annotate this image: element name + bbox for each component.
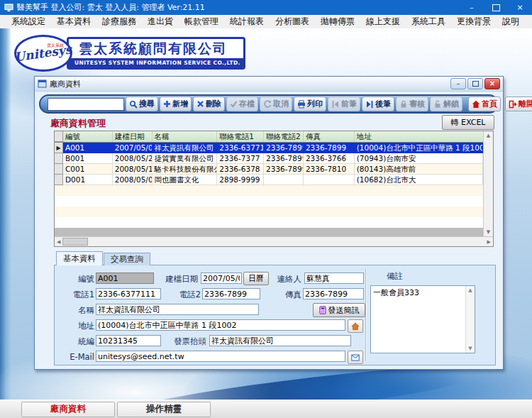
notes-text[interactable]: 一般會員333 xyxy=(371,286,465,353)
search-button[interactable]: 搜尋 xyxy=(126,97,158,111)
logo-script-text: Unitesys xyxy=(13,42,72,64)
column-header-address[interactable]: 地址 xyxy=(355,131,483,142)
menu-item-change-background[interactable]: 更換背景 xyxy=(451,16,497,28)
menu-item-analysis-charts[interactable]: 分析圖表 xyxy=(270,16,315,28)
created-date-field[interactable] xyxy=(201,273,242,284)
print-label: 列印 xyxy=(307,99,323,109)
tab-transaction-query[interactable]: 交易查詢 xyxy=(104,253,150,265)
row-selector xyxy=(55,153,63,164)
logo-oval-emblem: Unitesys 雲太系統 xyxy=(14,35,72,72)
phone2-field[interactable] xyxy=(202,288,260,299)
tab-basic-data[interactable]: 基本資料 xyxy=(56,251,103,265)
cell-code: D001 xyxy=(63,175,113,185)
menu-item-accounts[interactable]: 帳款管理 xyxy=(179,16,224,28)
column-header-phone2[interactable]: 聯絡電話2 xyxy=(264,131,304,142)
phone1-field[interactable] xyxy=(96,288,161,299)
house-icon xyxy=(351,322,360,331)
column-header-created-date[interactable]: 建檔日期 xyxy=(113,131,153,142)
grid-header-row: 編號 建檔日期 名稱 聯絡電話1 聯絡電話2 傳真 地址 xyxy=(55,131,483,143)
audit-label: 審核 xyxy=(409,99,425,109)
email-field[interactable] xyxy=(96,351,345,362)
grid-selector-header xyxy=(55,131,63,142)
maximize-icon[interactable] xyxy=(484,0,508,15)
contact-field[interactable] xyxy=(304,273,364,284)
invoice-title-field[interactable] xyxy=(209,335,351,346)
column-header-code[interactable]: 編號 xyxy=(63,131,113,142)
send-email-button[interactable] xyxy=(348,351,363,364)
menu-item-transfer-vouchers[interactable]: 拋轉傳票 xyxy=(315,16,360,28)
cell-phone2: 2336-7899 xyxy=(264,153,304,164)
menu-item-help[interactable]: 說明 xyxy=(497,16,525,28)
next-record-button[interactable]: 後筆 xyxy=(362,97,394,111)
cell-address: (80143)高雄市前 xyxy=(355,164,483,175)
menu-item-basic-data[interactable]: 基本資料 xyxy=(51,16,96,28)
cell-created-date: 2008/05/28 xyxy=(113,153,153,164)
scroll-left-icon[interactable]: ◀ xyxy=(57,239,60,245)
cell-fax: 2336-7810 xyxy=(304,164,355,175)
close-icon[interactable]: × xyxy=(484,78,500,89)
scroll-up-icon[interactable]: ▲ xyxy=(468,287,472,293)
unlock-button: 解鎖 xyxy=(430,97,462,111)
code-label: 編號 xyxy=(60,274,94,285)
lock-icon xyxy=(399,100,408,109)
column-header-fax[interactable]: 傳真 xyxy=(304,131,355,142)
previous-label: 前筆 xyxy=(341,99,357,109)
cell-name: 祥太資訊有限公司 xyxy=(153,143,218,153)
maximize-icon[interactable] xyxy=(467,78,483,89)
search-input[interactable] xyxy=(48,98,124,111)
delete-button[interactable]: 刪除 xyxy=(193,97,225,111)
horizontal-scrollbar[interactable]: ◀ ▶ xyxy=(55,236,493,246)
form-divider xyxy=(365,269,366,361)
table-row[interactable]: ▶ A001 2007/05/09 祥太資訊有限公司 2336-6377111 … xyxy=(55,143,483,153)
menu-item-online-support[interactable]: 線上支援 xyxy=(360,16,406,28)
address-field[interactable] xyxy=(96,319,345,331)
scroll-right-icon[interactable]: ▶ xyxy=(487,239,491,245)
home-button[interactable]: 首頁 xyxy=(468,97,501,111)
calendar-button[interactable]: 日曆 xyxy=(243,272,269,285)
cell-name: 捷貿實業有限公司 xyxy=(153,153,218,164)
minimize-icon[interactable]: – xyxy=(460,0,484,15)
exit-button[interactable]: 離開 xyxy=(505,97,532,111)
add-button[interactable]: 新增 xyxy=(160,97,192,111)
code-field[interactable] xyxy=(96,273,154,284)
scroll-down-icon[interactable]: ▼ xyxy=(487,229,490,235)
phone1-label: 電話1 xyxy=(60,290,94,300)
address-label: 地址 xyxy=(60,321,94,331)
notes-field[interactable]: 一般會員333 ▲ ▼ xyxy=(370,285,475,353)
send-sms-button[interactable]: 發送簡訊 xyxy=(313,303,365,317)
sms-phone-icon xyxy=(319,306,326,314)
grid-empty-stripe xyxy=(55,196,483,207)
scroll-up-icon[interactable]: ▲ xyxy=(487,133,490,138)
export-excel-button[interactable]: 轉 EXCEL xyxy=(442,115,494,130)
contact-label: 連絡人 xyxy=(267,274,301,285)
minimize-icon[interactable]: – xyxy=(450,78,466,89)
scrollbar-thumb[interactable] xyxy=(62,238,88,246)
menu-item-inventory[interactable]: 進出貨 xyxy=(142,16,179,28)
invoice-title-label: 發票抬頭 xyxy=(167,336,206,347)
close-icon[interactable]: × xyxy=(508,0,532,15)
notes-scrollbar[interactable]: ▲ ▼ xyxy=(465,286,475,353)
scroll-down-icon[interactable]: ▼ xyxy=(468,346,472,351)
menu-item-clinic-services[interactable]: 診療服務 xyxy=(96,16,142,28)
name-field[interactable] xyxy=(96,304,259,315)
menu-item-system-settings[interactable]: 系統設定 xyxy=(6,16,51,28)
tax-id-field[interactable] xyxy=(96,335,161,346)
table-row[interactable]: B001 2008/05/28 捷貿實業有限公司 2336-7377 2336-… xyxy=(55,153,483,164)
save-label: 存檔 xyxy=(239,99,255,109)
print-button[interactable]: 列印 xyxy=(294,97,326,111)
column-header-name[interactable]: 名稱 xyxy=(153,131,218,142)
table-row[interactable]: D001 2008/05/07 岡也圖書文化 2898-9999 (10682)… xyxy=(55,175,483,185)
fax-field[interactable] xyxy=(303,288,364,299)
table-row[interactable]: C001 2008/05/15 駱卡科技股份有限公司 2336-6378 233… xyxy=(55,164,483,175)
column-header-phone1[interactable]: 聯絡電話1 xyxy=(217,131,264,142)
map-house-button[interactable] xyxy=(348,319,363,333)
vertical-scrollbar[interactable]: ▲ ▼ xyxy=(483,131,493,236)
taskbar-item-operation-wizard[interactable]: 操作精靈 xyxy=(117,402,211,417)
menu-item-statistics-reports[interactable]: 統計報表 xyxy=(224,16,270,28)
row-selector xyxy=(55,175,63,185)
company-name-zh: 雲太系統顧問有限公司 xyxy=(69,39,243,58)
taskbar-item-vendor-data[interactable]: 廠商資料 xyxy=(21,402,115,417)
company-logo: Unitesys 雲太系統 雲太系統顧問有限公司 UNITESYS SYSTEM… xyxy=(14,35,245,72)
logo-nameplate: 雲太系統顧問有限公司 UNITESYS SYSTEM INFORMATION S… xyxy=(67,37,245,70)
menu-item-system-tools[interactable]: 系統工具 xyxy=(406,16,451,28)
